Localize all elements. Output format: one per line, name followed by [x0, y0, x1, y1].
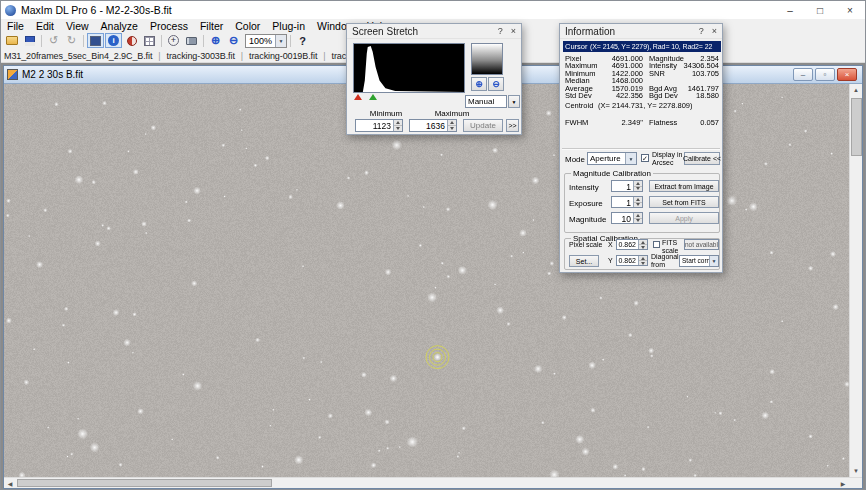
scroll-right-button[interactable]: ▶: [837, 478, 849, 489]
not-available-field: not available: [684, 239, 719, 250]
minimum-slider-handle[interactable]: [354, 94, 362, 100]
night-vision-button[interactable]: [123, 33, 140, 48]
fits-scale-checkbox[interactable]: [653, 241, 660, 248]
magnitude-input[interactable]: 10: [611, 212, 643, 224]
maximum-value[interactable]: 1636: [410, 120, 447, 131]
menu-file[interactable]: File: [1, 20, 30, 32]
set-from-fits-button[interactable]: Set from FITS: [649, 196, 719, 208]
pixel-scale-y-spinner[interactable]: [638, 256, 647, 265]
chevron-down-icon[interactable]: ▼: [709, 256, 718, 266]
expand-button[interactable]: >>: [506, 119, 519, 132]
menu-color[interactable]: Color: [229, 20, 266, 32]
save-button[interactable]: [21, 33, 38, 48]
tab-tracking-3003b[interactable]: tracking-3003B.fit: [167, 51, 250, 61]
crosshair-button[interactable]: +: [165, 33, 182, 48]
minimum-value[interactable]: 1123: [356, 120, 393, 131]
set-button[interactable]: Set...: [569, 255, 599, 267]
open-button[interactable]: [3, 33, 20, 48]
tab-tracking-0019b[interactable]: tracking-0019B.fit: [249, 51, 332, 61]
information-dialog: Information ? × Cursor (X= 2145, Y= 2279…: [559, 23, 723, 273]
chevron-down-icon[interactable]: ▼: [625, 153, 636, 164]
stat-label: Bgd Dev: [643, 92, 680, 99]
pixel-scale-y-value[interactable]: 0.862: [617, 256, 638, 265]
screen-stretch-dialog: Screen Stretch ? × ⊕ ⊖ Manual ▼ Minimum …: [346, 23, 522, 135]
child-restore-button[interactable]: ▫: [815, 68, 835, 81]
scroll-down-button[interactable]: ▼: [850, 465, 863, 477]
information-button[interactable]: i: [105, 33, 122, 48]
maximum-input[interactable]: 1636: [409, 119, 457, 132]
update-button[interactable]: Update: [463, 119, 503, 132]
toolbar-separator: [41, 35, 42, 47]
histogram-zoom-in-button[interactable]: ⊕: [471, 77, 487, 91]
exposure-spinner[interactable]: [633, 197, 642, 207]
redo-button[interactable]: ↻: [63, 33, 80, 48]
titlebar[interactable]: MaxIm DL Pro 6 - M2-2-30s-B.fit – □ ×: [1, 1, 865, 19]
information-titlebar[interactable]: Information ? ×: [560, 24, 722, 39]
calibrate-button[interactable]: Calibrate <<: [684, 152, 720, 165]
horizontal-scroll-thumb[interactable]: [17, 479, 272, 487]
dialog-help-button[interactable]: ?: [498, 27, 503, 36]
menu-filter[interactable]: Filter: [194, 20, 229, 32]
apply-button[interactable]: Apply: [649, 212, 719, 224]
dialog-close-button[interactable]: ×: [511, 27, 516, 36]
menu-plugin[interactable]: Plug-in: [266, 20, 311, 32]
minimum-spinner[interactable]: [393, 120, 402, 131]
stretch-mode-arrow-button[interactable]: ▼: [508, 95, 520, 108]
exposure-value[interactable]: 1: [612, 197, 633, 207]
pixel-scale-x-spinner[interactable]: [638, 240, 647, 249]
pixel-scale-x-input[interactable]: 0.862: [616, 239, 648, 250]
zoom-in-button[interactable]: ⊕: [207, 33, 224, 48]
scroll-left-button[interactable]: ◀: [4, 478, 16, 489]
extract-from-image-button[interactable]: Extract from Image: [649, 180, 719, 192]
vertical-scroll-thumb[interactable]: [851, 98, 862, 156]
maximize-button[interactable]: □: [805, 1, 835, 19]
child-minimize-button[interactable]: –: [793, 68, 813, 81]
pixel-scale-x-value[interactable]: 0.862: [617, 240, 638, 249]
scroll-up-button[interactable]: ▲: [850, 84, 863, 96]
vertical-scrollbar[interactable]: ▲ ▼: [849, 84, 862, 477]
stretch-mode-select[interactable]: Manual: [465, 95, 507, 108]
zoom-out-button[interactable]: ⊖: [225, 33, 242, 48]
camera-control-button[interactable]: [183, 33, 200, 48]
chevron-down-icon[interactable]: ▼: [275, 35, 286, 47]
close-button[interactable]: ×: [835, 1, 865, 19]
display-in-arcsec-checkbox[interactable]: ✓: [641, 154, 649, 162]
undo-button[interactable]: ↺: [45, 33, 62, 48]
document-icon: [7, 69, 18, 80]
zoom-level-value: 100%: [246, 36, 275, 46]
intensity-spinner[interactable]: [633, 181, 642, 191]
dialog-close-button[interactable]: ×: [712, 27, 717, 36]
child-close-button[interactable]: ×: [837, 68, 857, 81]
screen-stretch-button[interactable]: [87, 33, 104, 48]
pixel-scale-y-input[interactable]: 0.862: [616, 255, 648, 266]
minimize-button[interactable]: –: [775, 1, 805, 19]
menu-edit[interactable]: Edit: [30, 20, 60, 32]
mode-select[interactable]: Aperture ▼: [587, 152, 637, 165]
minimum-input[interactable]: 1123: [355, 119, 403, 132]
night-vision-icon: [127, 36, 137, 46]
zoom-level-select[interactable]: 100% ▼: [245, 34, 287, 48]
screen-stretch-titlebar[interactable]: Screen Stretch ? ×: [347, 24, 521, 39]
menu-analyze[interactable]: Analyze: [95, 20, 144, 32]
magnitude-value[interactable]: 10: [612, 213, 633, 223]
chevron-down-icon: ▼: [512, 99, 517, 105]
context-help-button[interactable]: ?: [294, 33, 311, 48]
intensity-value[interactable]: 1: [612, 181, 633, 191]
histogram-icon: [90, 36, 101, 46]
histogram-display[interactable]: [353, 43, 465, 93]
histogram-zoom-out-button[interactable]: ⊖: [488, 77, 504, 91]
diagonal-from-select[interactable]: Start corner ▼: [679, 255, 719, 267]
maximum-slider-handle[interactable]: [369, 94, 377, 100]
pixel-grid-button[interactable]: [141, 33, 158, 48]
magnitude-spinner[interactable]: [633, 213, 642, 223]
intensity-input[interactable]: 1: [611, 180, 643, 192]
menu-view[interactable]: View: [60, 20, 95, 32]
maximum-spinner[interactable]: [447, 120, 456, 131]
exposure-input[interactable]: 1: [611, 196, 643, 208]
tab-m31[interactable]: M31_20frames_5sec_Bin4_2.9C_B.fit: [4, 51, 167, 61]
menu-process[interactable]: Process: [144, 20, 194, 32]
crosshair-icon: +: [168, 35, 179, 46]
x-label: X: [608, 241, 613, 248]
dialog-help-button[interactable]: ?: [699, 27, 704, 36]
horizontal-scrollbar[interactable]: ◀ ▶: [4, 477, 849, 488]
